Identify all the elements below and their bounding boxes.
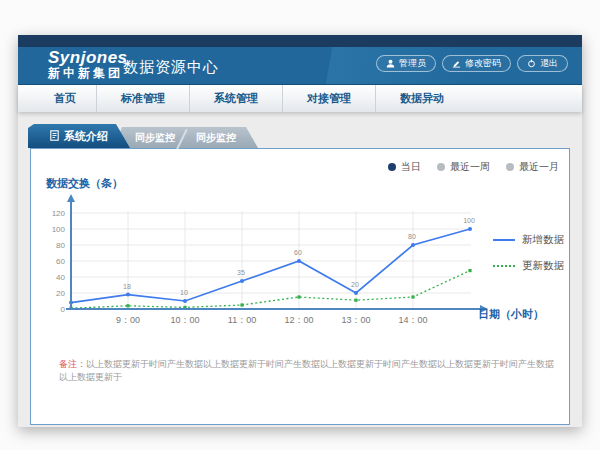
radio-dot <box>506 163 514 171</box>
chart-legend: 新增数据 更新数据 <box>493 233 564 273</box>
radio-option[interactable]: 当日 <box>388 160 421 174</box>
legend-label-new-data: 新增数据 <box>522 233 564 247</box>
legend-label-update-data: 更新数据 <box>522 259 564 273</box>
data-point-label: 60 <box>294 249 302 256</box>
user-button-label: 管理员 <box>399 57 426 70</box>
x-axis-title: 日期（小时） <box>478 307 544 322</box>
radio-label-last-month: 最近一月 <box>519 160 559 174</box>
series-line-solid <box>71 229 470 303</box>
logout-label: 退出 <box>540 57 558 70</box>
footnote-text: 以上数据更新于时间产生数据以上数据更新于时间产生数据以上数据更新于时间产生数据以… <box>59 359 554 382</box>
tab-system-intro-label: 系统介绍 <box>64 129 108 144</box>
data-point <box>126 304 129 307</box>
radio-option[interactable]: 最近一月 <box>506 160 559 174</box>
power-icon <box>527 59 536 68</box>
data-point <box>354 299 357 302</box>
radio-option[interactable]: 最近一周 <box>437 160 490 174</box>
radio-label-today: 当日 <box>401 160 421 174</box>
tab-bar: 同步监控 同步监控 系统介绍 <box>18 124 582 148</box>
nav-item-docking-mgmt[interactable]: 对接管理 <box>283 85 376 112</box>
data-point <box>411 295 414 298</box>
data-point-label: 20 <box>351 281 359 288</box>
logo-company: 新中新集团 <box>48 67 128 80</box>
main-nav: 首页 标准管理 系统管理 对接管理 数据异动 <box>18 85 582 112</box>
person-icon <box>386 59 395 68</box>
y-tick-label: 40 <box>56 273 65 282</box>
nav-item-system-mgmt[interactable]: 系统管理 <box>190 85 283 112</box>
radio-dot <box>437 163 445 171</box>
data-point <box>183 299 187 303</box>
change-password-button[interactable]: 修改密码 <box>442 55 511 72</box>
y-tick-label: 0 <box>61 305 66 314</box>
solid-line-swatch-icon <box>493 239 515 241</box>
y-tick-label: 60 <box>56 257 65 266</box>
y-axis-arrow-icon <box>67 194 75 202</box>
data-point <box>411 243 415 247</box>
x-tick-label: 11：00 <box>228 315 256 325</box>
logout-button[interactable]: 退出 <box>517 55 568 72</box>
data-point <box>297 295 300 298</box>
data-point <box>240 303 243 306</box>
footnote: 备注：以上数据更新于时间产生数据以上数据更新于时间产生数据以上数据更新于时间产生… <box>59 358 559 383</box>
x-tick-label: 10：00 <box>170 315 199 325</box>
data-point <box>354 291 358 295</box>
user-area: 管理员 修改密码 退出 <box>376 55 568 72</box>
data-point-label: 18 <box>123 283 131 290</box>
data-point-label: 100 <box>463 217 475 224</box>
y-axis-title: 数据交换（条） <box>46 176 123 191</box>
content-panel: 当日 最近一周 最近一月 数据交换（条） 0204060801001209：00… <box>30 148 570 425</box>
document-icon <box>50 130 59 143</box>
data-point-label: 10 <box>180 289 188 296</box>
data-point <box>126 293 130 297</box>
x-tick-label: 14：00 <box>398 315 427 325</box>
data-point-label: 80 <box>408 233 416 240</box>
change-password-label: 修改密码 <box>465 57 501 70</box>
logo-brand: Synjones <box>48 49 128 67</box>
legend-item-new-data: 新增数据 <box>493 233 564 247</box>
user-button[interactable]: 管理员 <box>376 55 436 72</box>
app-window: Synjones 新中新集团 数据资源中心 管理员 修改密码 退出 <box>18 35 582 427</box>
y-tick-label: 100 <box>52 225 66 234</box>
legend-item-update-data: 更新数据 <box>493 259 564 273</box>
nav-item-standard-mgmt[interactable]: 标准管理 <box>97 85 190 112</box>
y-tick-label: 120 <box>52 209 66 218</box>
page-title: 数据资源中心 <box>123 58 219 77</box>
logo: Synjones 新中新集团 <box>48 49 128 79</box>
x-tick-label: 13：00 <box>341 315 370 325</box>
data-point-label: 35 <box>237 269 245 276</box>
y-tick-label: 80 <box>56 241 65 250</box>
footnote-label: 备注： <box>59 359 86 369</box>
radio-dot <box>388 163 396 171</box>
tab-system-intro[interactable]: 系统介绍 <box>28 124 130 148</box>
y-tick-label: 20 <box>56 289 65 298</box>
dotted-line-swatch-icon <box>493 265 515 267</box>
edit-icon <box>452 59 461 68</box>
data-point <box>240 279 244 283</box>
x-tick-label: 12：00 <box>284 315 313 325</box>
time-range-filter: 当日 最近一周 最近一月 <box>388 160 559 174</box>
radio-label-last-week: 最近一周 <box>450 160 490 174</box>
nav-item-home[interactable]: 首页 <box>34 85 97 112</box>
nav-item-data-change[interactable]: 数据异动 <box>376 85 468 112</box>
data-point <box>297 259 301 263</box>
top-strip <box>18 35 582 47</box>
data-point <box>468 227 472 231</box>
x-tick-label: 9：00 <box>116 315 140 325</box>
data-point <box>468 269 471 272</box>
header: Synjones 新中新集团 数据资源中心 管理员 修改密码 退出 <box>18 47 582 85</box>
